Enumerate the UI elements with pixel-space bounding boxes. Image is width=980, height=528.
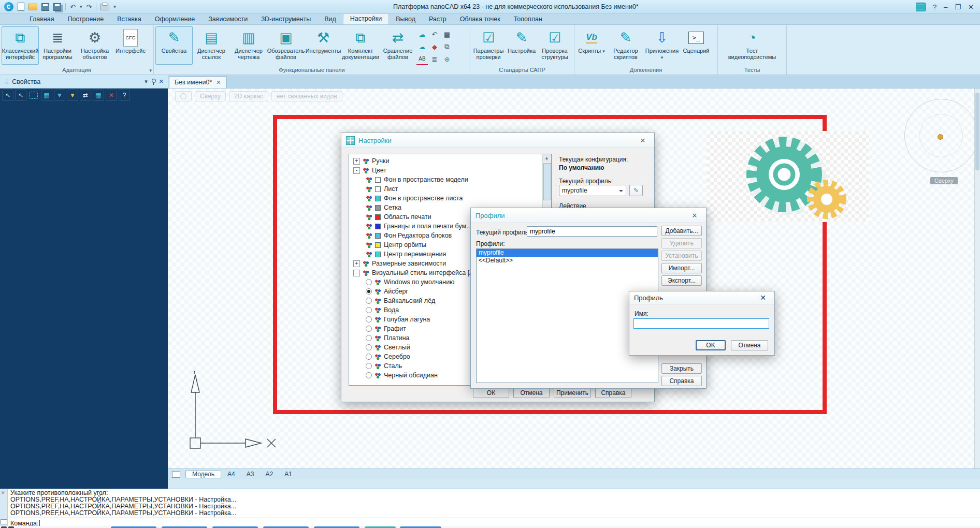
tab-nastroyki[interactable]: Настройки <box>343 13 389 24</box>
viewport-linked-views-button[interactable]: нет связанных видов <box>271 91 342 101</box>
color-swatch[interactable] <box>375 177 381 183</box>
panel-close-icon[interactable] <box>159 78 164 85</box>
settings-dialog-close-icon[interactable] <box>636 137 650 144</box>
scrollbar-thumb[interactable] <box>543 163 551 200</box>
color-swatch[interactable] <box>375 252 381 257</box>
list-item-selected[interactable]: myprofile <box>477 249 658 257</box>
tab-glavnaya[interactable]: Главная <box>23 14 61 24</box>
tree-item-ruchki[interactable]: +Ручки <box>349 156 542 166</box>
settings-help-button[interactable]: Справка <box>595 388 631 398</box>
color-swatch[interactable] <box>375 196 381 201</box>
drawing-manager-button[interactable]: Диспетчер чертежа <box>230 26 267 65</box>
radio-icon[interactable] <box>366 316 372 322</box>
tree-item-tsvet[interactable]: -Цвет <box>349 166 542 175</box>
close-icon[interactable]: ✕ <box>968 4 974 10</box>
layout-tab-a1[interactable]: A1 <box>279 471 297 478</box>
radio-icon[interactable] <box>366 279 372 285</box>
pin-icon[interactable] <box>151 78 156 85</box>
properties-panel-button[interactable]: Свойства <box>155 26 193 65</box>
help-icon[interactable]: ? <box>933 4 936 10</box>
scrollbar-thumb[interactable] <box>975 93 979 170</box>
tools-button[interactable]: Инструменты <box>305 26 342 65</box>
redo-icon[interactable] <box>86 4 92 10</box>
check-params-button[interactable]: Параметры проверки <box>472 26 505 65</box>
radio-icon[interactable] <box>366 372 372 378</box>
cancel-button[interactable]: Отмена <box>731 340 768 350</box>
tab-oformlenie[interactable]: Оформление <box>148 14 202 24</box>
radio-icon[interactable] <box>366 354 372 360</box>
standards-setup-button[interactable]: Настройка <box>505 26 538 65</box>
viewport-visual-style-button[interactable]: 2D каркас <box>229 91 268 101</box>
tab-vyvod[interactable]: Вывод <box>389 14 422 24</box>
cloud-icon[interactable] <box>416 28 428 40</box>
tree-item-color[interactable]: Фон в пространстве листа <box>349 194 542 203</box>
viewport-view-button[interactable]: Сверху <box>195 91 226 101</box>
maximize-icon[interactable]: ❐ <box>955 4 961 10</box>
object-settings-button[interactable]: Настройка объектов <box>76 26 113 65</box>
expand-icon[interactable]: + <box>353 260 360 267</box>
history-icon[interactable] <box>429 28 440 40</box>
classic-interface-button[interactable]: Классический интерфейс <box>2 26 39 65</box>
color-swatch[interactable] <box>375 224 381 229</box>
tab-vid[interactable]: Вид <box>318 14 343 24</box>
delete-profile-button[interactable]: Удалить <box>661 238 702 248</box>
radio-icon[interactable] <box>366 326 372 332</box>
list-icon[interactable] <box>429 53 440 65</box>
match-props-icon[interactable] <box>80 90 91 101</box>
filter-blue-icon[interactable] <box>54 90 65 101</box>
windows-icon[interactable] <box>441 41 453 52</box>
export-profile-button[interactable]: Экспорт... <box>661 275 702 286</box>
region-select-icon[interactable] <box>30 92 38 99</box>
app-logo-icon[interactable] <box>4 2 13 11</box>
tab-zavisimosti[interactable]: Зависимости <box>201 14 254 24</box>
panel-help-icon[interactable]: ? <box>119 90 130 101</box>
layout-tab-model[interactable]: Модель <box>185 470 221 478</box>
calendar-icon[interactable] <box>916 3 926 11</box>
radio-icon[interactable] <box>366 363 372 369</box>
tab-oblaka-tochek[interactable]: Облака точек <box>453 14 507 24</box>
layout-tab-a3[interactable]: A3 <box>241 471 260 478</box>
scripts-button[interactable]: Vb Скрипты <box>576 26 607 65</box>
color-swatch[interactable] <box>375 214 381 220</box>
profile-dialog-close-icon[interactable] <box>756 294 770 302</box>
apps-button[interactable]: Приложения <box>644 26 680 65</box>
color-swatch[interactable] <box>375 233 381 239</box>
cloud-icon[interactable] <box>416 41 428 52</box>
canvas-scrollbar[interactable] <box>974 89 980 468</box>
document-tab[interactable]: Без имени0* <box>169 76 227 88</box>
diamond-icon[interactable] <box>429 41 440 52</box>
script-editor-button[interactable]: Редактор скриптов <box>607 26 644 65</box>
ok-button[interactable]: OK <box>696 340 726 350</box>
file-compare-button[interactable]: Сравнение файлов <box>379 26 416 65</box>
tree-item-color[interactable]: Лист <box>349 184 542 194</box>
undo-dropdown-icon[interactable] <box>80 4 82 10</box>
table-select-icon[interactable] <box>41 90 52 101</box>
file-explorer-button[interactable]: Обозреватель файлов <box>267 26 305 65</box>
tab-3d-instrumenty[interactable]: 3D-инструменты <box>254 14 318 24</box>
radio-icon[interactable] <box>366 344 372 350</box>
clear-selection-icon[interactable] <box>106 90 117 101</box>
radio-icon[interactable] <box>366 307 372 313</box>
table-icon[interactable] <box>441 28 453 40</box>
group-options-icon[interactable] <box>149 67 152 74</box>
radio-icon[interactable] <box>366 335 372 341</box>
filter-yellow-icon[interactable] <box>67 90 78 101</box>
profiles-dialog-titlebar[interactable]: Профили <box>471 208 706 223</box>
open-file-icon[interactable] <box>28 4 37 10</box>
settings-cancel-button[interactable]: Отмена <box>513 388 550 398</box>
profile-dialog-titlebar[interactable]: Профиль <box>629 291 774 304</box>
command-line-area[interactable]: Укажите противоположный угол: OPTIONS,PR… <box>0 489 980 526</box>
import-profile-button[interactable]: Импорт... <box>661 263 702 273</box>
expand-icon[interactable]: - <box>353 167 360 174</box>
quick-select-icon[interactable] <box>15 90 26 101</box>
tree-item-color[interactable]: Фон в пространстве модели <box>349 175 542 184</box>
profile-name-input[interactable] <box>633 318 769 329</box>
save-all-icon[interactable] <box>53 3 61 11</box>
list-item[interactable]: <<Default>> <box>477 257 658 265</box>
color-swatch[interactable] <box>375 242 381 248</box>
program-settings-button[interactable]: Настройки программы <box>39 26 76 65</box>
settings-dialog-titlebar[interactable]: Настройки <box>341 133 654 148</box>
panel-menu-icon[interactable] <box>145 78 148 85</box>
expand-icon[interactable]: + <box>353 158 360 165</box>
tab-postroenie[interactable]: Построение <box>61 14 111 24</box>
